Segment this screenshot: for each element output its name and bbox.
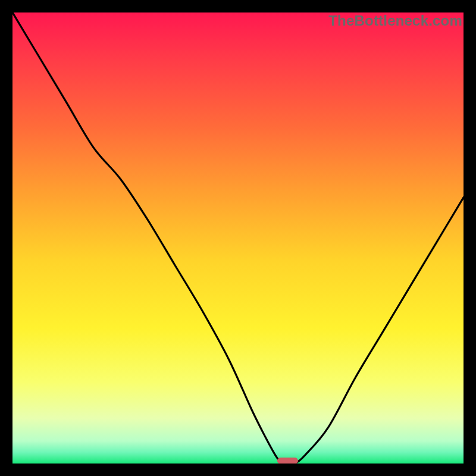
watermark-text: TheBottleneck.com [328, 12, 462, 29]
optimum-marker [277, 458, 298, 464]
bottleneck-chart [12, 12, 464, 464]
plot-area: TheBottleneck.com [12, 12, 464, 464]
chart-frame: TheBottleneck.com [0, 0, 476, 476]
gradient-background [12, 12, 464, 464]
